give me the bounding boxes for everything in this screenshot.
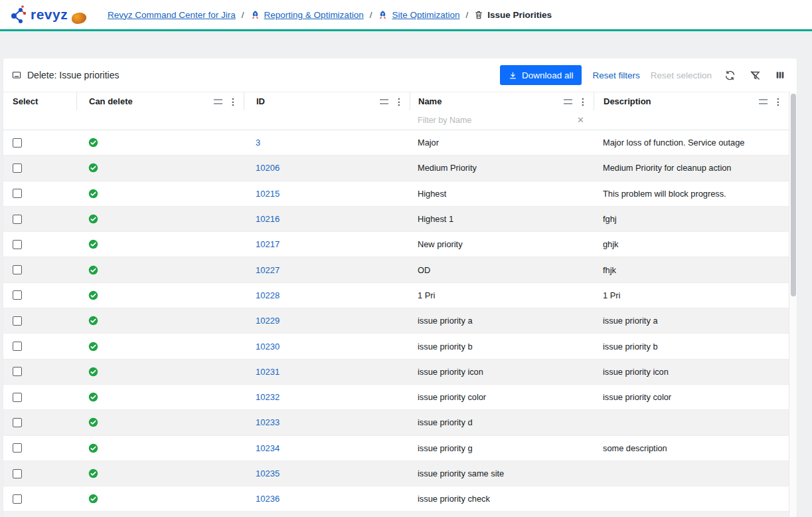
can-delete-check-icon — [88, 417, 98, 427]
breadcrumb-link-site-optimization[interactable]: Site Optimization — [392, 10, 459, 20]
table-row: 10234 issue priority g some description — [3, 436, 797, 461]
row-id-link[interactable]: 10228 — [256, 290, 280, 300]
table-row: 10228 1 Pri 1 Pri — [3, 283, 797, 308]
table-row: 10206 Medium Priority Medium Priority fo… — [3, 155, 797, 181]
row-id-link[interactable]: 10233 — [256, 417, 280, 427]
column-header-description[interactable]: Description ⋮ — [594, 92, 789, 110]
row-id-link[interactable]: 10229 — [256, 316, 280, 326]
column-label: Can delete — [89, 96, 133, 106]
row-id-link[interactable]: 10236 — [256, 494, 280, 504]
row-description: fghj — [603, 214, 617, 224]
row-name: OD — [418, 265, 430, 275]
table-row: 10230 issue priority b issue priority b — [3, 334, 797, 359]
row-id-link[interactable]: 10206 — [256, 163, 280, 173]
row-checkbox[interactable] — [13, 265, 22, 274]
column-kebab-icon[interactable]: ⋮ — [228, 97, 238, 106]
row-description: This problem will block progress. — [603, 189, 726, 199]
column-menu-icon[interactable] — [214, 99, 222, 104]
row-checkbox[interactable] — [13, 494, 22, 504]
column-header-select[interactable]: Select — [3, 92, 76, 110]
can-delete-check-icon — [88, 214, 98, 224]
row-id-link[interactable]: 10232 — [256, 392, 280, 402]
filter-row: ✕ — [3, 110, 797, 130]
column-label: ID — [256, 96, 265, 106]
column-kebab-icon[interactable]: ⋮ — [394, 97, 404, 106]
row-name: issue priority check — [418, 494, 490, 504]
column-kebab-icon[interactable]: ⋮ — [578, 97, 588, 106]
rocket-icon — [250, 10, 260, 20]
row-checkbox[interactable] — [13, 215, 22, 224]
row-checkbox[interactable] — [13, 443, 22, 453]
table-row: 10233 issue priority d — [3, 410, 797, 435]
row-id-link[interactable]: 10227 — [256, 265, 280, 275]
breadcrumb-separator: / — [242, 10, 244, 20]
can-delete-check-icon — [88, 367, 98, 377]
row-checkbox[interactable] — [13, 393, 22, 402]
table-body: 3 Major Major loss of function. Service … — [3, 130, 797, 512]
column-menu-icon[interactable] — [380, 99, 388, 104]
column-label: Name — [418, 96, 442, 106]
column-menu-icon[interactable] — [564, 99, 572, 104]
can-delete-check-icon — [88, 290, 98, 300]
table-row: 10235 issue priority same site — [3, 461, 797, 486]
row-name: issue priority g — [418, 443, 473, 453]
reset-selection-button[interactable]: Reset selection — [651, 70, 712, 80]
column-header-can-delete[interactable]: Can delete ⋮ — [76, 92, 244, 110]
column-header-name[interactable]: Name ⋮ — [410, 92, 594, 110]
can-delete-check-icon — [88, 265, 98, 275]
row-id-link[interactable]: 10235 — [256, 468, 280, 478]
row-id-link[interactable]: 10230 — [256, 342, 280, 352]
row-checkbox[interactable] — [13, 367, 22, 376]
row-name: Highest 1 — [418, 214, 453, 224]
download-all-button[interactable]: Download all — [500, 65, 582, 85]
row-checkbox[interactable] — [13, 240, 22, 249]
reset-filters-button[interactable]: Reset filters — [592, 70, 639, 80]
row-checkbox[interactable] — [13, 163, 22, 173]
column-kebab-icon[interactable]: ⋮ — [773, 97, 783, 106]
row-id-link[interactable]: 10215 — [256, 189, 280, 199]
clear-filter-icon[interactable]: ✕ — [577, 115, 584, 125]
row-description: 1 Pri — [603, 290, 620, 300]
row-checkbox[interactable] — [13, 469, 22, 478]
breadcrumb-link-command-center[interactable]: Revyz Command Center for Jira — [108, 10, 236, 20]
screen-icon — [11, 70, 22, 80]
row-id-link[interactable]: 10216 — [256, 214, 280, 224]
revyz-logo[interactable]: revyz — [9, 5, 108, 25]
row-checkbox[interactable] — [13, 418, 22, 427]
row-name: Major — [418, 138, 439, 148]
vertical-scrollbar[interactable] — [789, 92, 797, 517]
breadcrumb-current-issue-priorities: Issue Priorities — [487, 10, 552, 20]
table-row: 10229 issue priority a issue priority a — [3, 308, 797, 334]
can-delete-check-icon — [88, 189, 98, 199]
row-checkbox[interactable] — [13, 138, 22, 148]
column-header-id[interactable]: ID ⋮ — [244, 92, 410, 110]
download-all-label: Download all — [522, 70, 573, 80]
page-title: Delete: Issue priorities — [27, 70, 120, 80]
row-name: issue priority d — [418, 417, 473, 427]
row-description: ghjk — [603, 239, 618, 249]
row-description: issue priority icon — [603, 367, 669, 377]
breadcrumb: Revyz Command Center for Jira / Reportin… — [108, 10, 552, 20]
column-menu-icon[interactable] — [759, 99, 768, 104]
row-id-link[interactable]: 10234 — [256, 443, 280, 453]
row-checkbox[interactable] — [13, 316, 22, 326]
breadcrumb-separator: / — [370, 10, 372, 20]
row-id-link[interactable]: 3 — [256, 138, 260, 148]
table-header-row: Select Can delete ⋮ ID ⋮ — [3, 92, 797, 110]
row-id-link[interactable]: 10231 — [256, 367, 280, 377]
table-row: 10231 issue priority icon issue priority… — [3, 360, 797, 385]
filter-off-icon[interactable] — [748, 68, 762, 82]
row-checkbox[interactable] — [13, 189, 22, 198]
can-delete-check-icon — [88, 239, 98, 249]
data-table: Select Can delete ⋮ ID ⋮ — [3, 92, 797, 517]
breadcrumb-link-reporting-optimization[interactable]: Reporting & Optimization — [264, 10, 364, 20]
name-filter-input[interactable] — [418, 116, 573, 125]
can-delete-check-icon — [88, 163, 98, 173]
row-checkbox[interactable] — [13, 290, 22, 300]
scrollbar-thumb[interactable] — [791, 94, 796, 296]
refresh-icon[interactable] — [722, 68, 737, 82]
can-delete-check-icon — [88, 316, 98, 326]
columns-icon[interactable] — [773, 68, 787, 82]
row-id-link[interactable]: 10217 — [256, 239, 280, 249]
row-checkbox[interactable] — [13, 342, 22, 351]
